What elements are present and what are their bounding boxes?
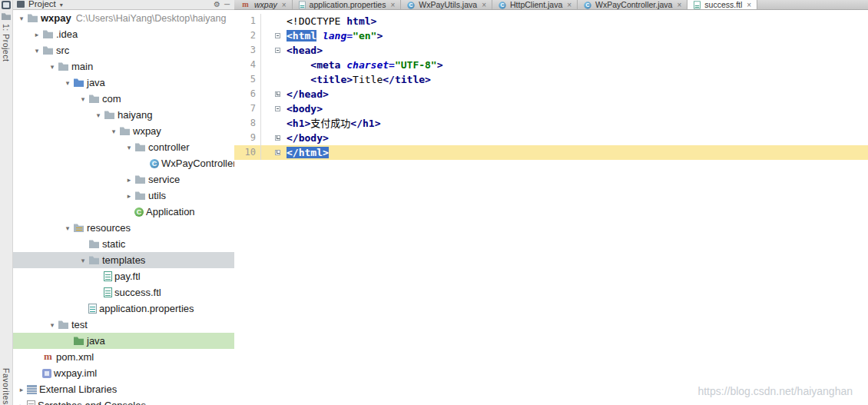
tree-item-wxpay[interactable]: ▾wxpayC:\Users\HaiYang\Desktop\haiyang: [13, 10, 234, 26]
tree-item-service[interactable]: ▸service: [13, 171, 234, 188]
tree-item-test[interactable]: ▾test: [13, 317, 234, 333]
chevron-right-icon[interactable]: ▸: [124, 176, 134, 184]
chevron-down-icon[interactable]: ▾: [93, 111, 104, 119]
folder-icon: [88, 94, 100, 104]
line-number[interactable]: 10: [234, 145, 261, 160]
tree-item-com[interactable]: ▾com: [13, 91, 234, 107]
tree-item-resources[interactable]: ▾resources: [13, 220, 234, 236]
editor-pane[interactable]: 1<!DOCTYPE html>2<html lang="en">3<head>…: [234, 10, 868, 405]
tree-item-external-libraries[interactable]: ▸External Libraries: [13, 381, 234, 397]
line-number[interactable]: 2: [234, 28, 261, 43]
project-panel-title[interactable]: Project: [28, 0, 56, 8]
tree-item-success-ftl[interactable]: success.ftl: [13, 284, 234, 300]
folder-icon: [134, 174, 146, 184]
tree-item-wxpay-iml[interactable]: wxpay.iml: [13, 365, 234, 381]
fold-marker-icon[interactable]: [275, 48, 280, 53]
line-number[interactable]: 6: [234, 87, 261, 101]
line-number[interactable]: 4: [234, 58, 261, 72]
fold-marker-icon[interactable]: [275, 135, 280, 141]
fold-marker-icon[interactable]: [275, 106, 280, 111]
line-number[interactable]: 3: [234, 43, 261, 58]
code-line-1[interactable]: 1<!DOCTYPE html>: [234, 14, 868, 28]
chevron-down-icon[interactable]: ▾: [47, 63, 58, 71]
tab-wxpaycontroller-java[interactable]: WxPayController.java×: [578, 0, 687, 9]
chevron-down-icon[interactable]: ▾: [62, 224, 73, 232]
ide-window: 1: Project Favorites Project ▾ ⚙ ─ wxpay…: [0, 0, 868, 405]
code-line-7[interactable]: 7<body>: [234, 101, 868, 116]
chevron-down-icon[interactable]: ▾: [78, 95, 88, 103]
tree-item-wxpay[interactable]: ▾wxpay: [13, 123, 234, 139]
favorites-stripe-button[interactable]: Favorites: [2, 368, 11, 405]
tab-success-ftl[interactable]: success.ftl×: [687, 0, 757, 9]
chevron-down-icon[interactable]: ▾: [108, 128, 119, 135]
close-icon[interactable]: ×: [567, 1, 571, 9]
close-icon[interactable]: ×: [390, 1, 395, 9]
tree-item-pay-ftl[interactable]: pay.ftl: [13, 268, 234, 284]
tree-item-application-properties[interactable]: application.properties: [13, 300, 234, 317]
tree-item-java[interactable]: ▾java: [13, 75, 234, 91]
chevron-down-icon[interactable]: ▾: [60, 2, 63, 8]
hide-panel-icon[interactable]: ─: [224, 1, 230, 8]
tab-application-properties[interactable]: application.properties×: [293, 0, 402, 9]
chevron-down-icon[interactable]: ▾: [47, 321, 58, 329]
tab-label: application.properties: [310, 0, 386, 9]
tree-item-idea[interactable]: ▸.idea: [13, 26, 234, 42]
chevron-right-icon[interactable]: ▸: [124, 192, 134, 200]
project-stripe-button[interactable]: 1: Project: [2, 24, 11, 61]
close-icon[interactable]: ×: [677, 1, 681, 9]
code-text: <title>Title</title>: [284, 72, 431, 87]
tree-item-label: templates: [102, 254, 145, 266]
fold-marker-icon[interactable]: [275, 150, 280, 155]
folder-source-icon: [73, 78, 84, 88]
line-number[interactable]: 7: [234, 101, 261, 116]
tree-item-label: resources: [87, 222, 131, 234]
chevron-right-icon[interactable]: ▸: [16, 402, 27, 405]
folder-tool-icon[interactable]: [2, 12, 11, 20]
code-line-6[interactable]: 6</head>: [234, 87, 868, 101]
code-line-2[interactable]: 2<html lang="en">: [234, 28, 868, 43]
tree-item-static[interactable]: static: [13, 236, 234, 252]
tree-item-pom-xml[interactable]: pom.xml: [13, 349, 234, 365]
line-number[interactable]: 9: [234, 131, 261, 145]
tree-item-label: Scratches and Consoles: [38, 400, 146, 405]
tree-item-haiyang[interactable]: ▾haiyang: [13, 107, 234, 123]
code-line-10[interactable]: 10</html>: [234, 145, 868, 160]
tree-item-label: External Libraries: [39, 383, 117, 395]
class-icon: [150, 159, 159, 168]
window-tool-icon[interactable]: [2, 1, 11, 9]
chevron-right-icon[interactable]: ▸: [31, 31, 42, 38]
tree-item-wxpaycontroller[interactable]: WxPayController: [13, 155, 234, 171]
chevron-right-icon[interactable]: ▸: [16, 386, 27, 393]
tree-item-java[interactable]: java: [13, 333, 234, 349]
code-line-5[interactable]: 5 <title>Title</title>: [234, 72, 868, 87]
line-number[interactable]: 8: [234, 116, 261, 131]
code-line-4[interactable]: 4 <meta charset="UTF-8">: [234, 58, 868, 72]
close-icon[interactable]: ×: [482, 1, 486, 9]
tab-httpclient-java[interactable]: HttpClient.java×: [492, 0, 578, 9]
tab-wxpayutils-java[interactable]: WxPayUtils.java×: [401, 0, 492, 9]
tree-item-utils[interactable]: ▸utils: [13, 188, 234, 204]
fold-marker-icon[interactable]: [275, 91, 280, 97]
line-number[interactable]: 5: [234, 72, 261, 87]
tree-item-templates[interactable]: ▾templates: [13, 252, 234, 268]
chevron-down-icon[interactable]: ▾: [78, 257, 88, 264]
chevron-down-icon[interactable]: ▾: [16, 15, 27, 22]
settings-gear-icon[interactable]: ⚙: [214, 1, 220, 8]
chevron-down-icon[interactable]: ▾: [124, 144, 134, 151]
tree-item-label: WxPayController: [161, 158, 234, 169]
tree-item-main[interactable]: ▾main: [13, 58, 234, 75]
code-line-3[interactable]: 3<head>: [234, 43, 868, 58]
code-line-9[interactable]: 9</body>: [234, 131, 868, 145]
code-line-8[interactable]: 8<h1>支付成功</h1>: [234, 116, 868, 131]
close-icon[interactable]: ×: [282, 1, 287, 9]
line-number[interactable]: 1: [234, 14, 261, 28]
tab-wxpay[interactable]: wxpay×: [234, 0, 293, 9]
chevron-down-icon[interactable]: ▾: [62, 79, 73, 87]
tree-item-application[interactable]: Application: [13, 204, 234, 220]
close-icon[interactable]: ×: [747, 1, 751, 9]
tree-item-controller[interactable]: ▾controller: [13, 139, 234, 155]
tree-item-scratches-and-consoles[interactable]: ▸Scratches and Consoles: [13, 397, 234, 405]
chevron-down-icon[interactable]: ▾: [31, 47, 42, 55]
fold-marker-icon[interactable]: [275, 33, 280, 38]
tree-item-src[interactable]: ▾src: [13, 42, 234, 58]
